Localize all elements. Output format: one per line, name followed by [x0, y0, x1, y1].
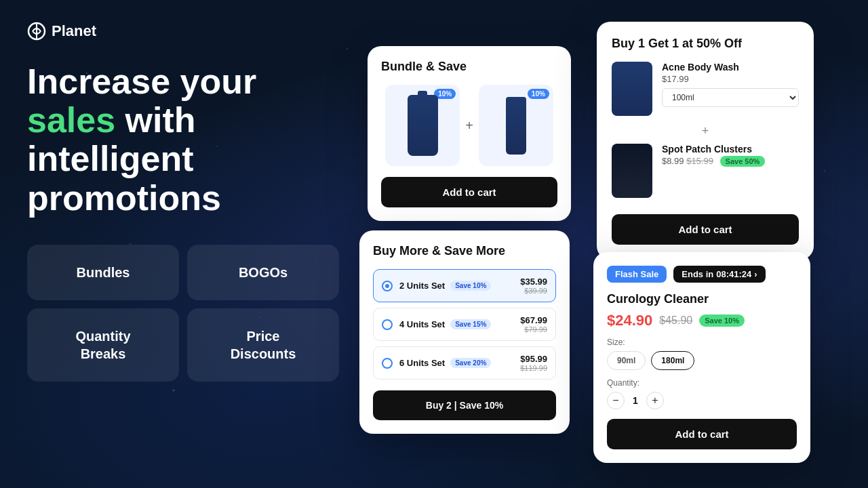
flash-sale-card: Flash Sale Ends in 08:41:24 › Curology C… — [593, 252, 810, 463]
qty-price-2: $95.99 $119.99 — [520, 354, 547, 372]
flash-product-name: Curology Cleaner — [607, 292, 797, 306]
bogo-product-1-price: $17.99 — [662, 74, 799, 84]
bogo-separator-plus: + — [612, 124, 799, 138]
product-bottle-1 — [408, 95, 438, 156]
qty-price-main-1: $67.99 — [520, 315, 547, 325]
bogo-product-2-info: Spot Patch Clusters $8.99 $15.99 Save 50… — [662, 144, 799, 170]
qty-value: 1 — [633, 395, 638, 406]
qty-price-old-0: $39.99 — [520, 287, 547, 295]
flash-timer-label: Ends in — [682, 269, 713, 279]
qty-label-2: 6 Units Set — [399, 358, 445, 368]
buymore-cta-button[interactable]: Buy 2 | Save 10% — [373, 390, 556, 420]
bogo-product-2-price-value: $8.99 — [662, 156, 684, 166]
qty-save-1: Save 15% — [450, 319, 491, 329]
flash-prices: $24.90 $45.90 Save 10% — [607, 312, 797, 329]
bogo-product-2: Spot Patch Clusters $8.99 $15.99 Save 50… — [612, 144, 799, 198]
bundle-add-to-cart-button[interactable]: Add to cart — [381, 177, 557, 207]
headline-line3: intelligent — [27, 140, 339, 178]
product-bottle-2 — [506, 97, 526, 155]
bundle-product-2: 10% — [479, 85, 553, 166]
bogo-product-1: Acne Body Wash $17.99 100ml 200ml — [612, 62, 799, 116]
qty-decrease-button[interactable]: − — [607, 392, 625, 409]
bogo-product-2-image — [612, 144, 652, 198]
qty-price-main-2: $95.99 — [520, 354, 547, 364]
flash-qty-label: Quantity: — [607, 378, 797, 388]
feature-price-discounts[interactable]: PriceDiscounts — [187, 308, 339, 382]
size-90ml-button[interactable]: 90ml — [607, 351, 646, 370]
qty-save-0: Save 10% — [450, 281, 491, 291]
flash-price-old: $45.90 — [659, 314, 692, 327]
qty-stepper: − 1 + — [607, 392, 797, 409]
logo-icon — [27, 22, 46, 41]
headline-highlight: sales — [27, 100, 115, 140]
bogo-product-2-price: $8.99 $15.99 Save 50% — [662, 156, 799, 166]
bundle-plus-icon: + — [465, 118, 473, 134]
qty-label-1: 4 Units Set — [399, 319, 445, 329]
qty-price-main-0: $35.99 — [520, 277, 547, 287]
buymore-card: Buy More & Save More 2 Units Set Save 10… — [359, 230, 570, 434]
flash-timer: Ends in 08:41:24 › — [673, 266, 765, 283]
headline-line2: sales with — [27, 101, 339, 140]
bogo-product-1-size-select[interactable]: 100ml 200ml — [662, 88, 799, 107]
qty-option-0[interactable]: 2 Units Set Save 10% $35.99 $39.99 — [373, 269, 556, 302]
flash-header: Flash Sale Ends in 08:41:24 › — [607, 266, 797, 283]
headline-line4: promotions — [27, 179, 339, 218]
feature-bundles[interactable]: Bundles — [27, 245, 179, 300]
bundle-card-title: Bundle & Save — [381, 60, 557, 74]
qty-price-old-2: $119.99 — [520, 364, 547, 372]
bogo-card: Buy 1 Get 1 at 50% Off Acne Body Wash $1… — [597, 22, 814, 260]
qty-radio-0 — [382, 281, 393, 291]
bogo-save-badge: Save 50% — [720, 156, 766, 167]
headline: Increase your sales with intelligent pro… — [27, 62, 339, 218]
bogo-product-2-price-old: $15.99 — [686, 156, 713, 166]
qty-radio-2 — [382, 358, 393, 369]
bundle-card: Bundle & Save 10% + 10% Add to cart — [368, 46, 571, 221]
bogo-product-1-info: Acne Body Wash $17.99 100ml 200ml — [662, 62, 799, 107]
cards-area: Bundle & Save 10% + 10% Add to cart Buy … — [353, 0, 868, 488]
buymore-card-title: Buy More & Save More — [373, 244, 556, 258]
logo: Planet — [27, 22, 339, 41]
bundle-product-1: 10% — [385, 85, 460, 166]
flash-timer-arrow: › — [754, 269, 757, 279]
qty-price-0: $35.99 $39.99 — [520, 277, 547, 295]
size-180ml-button[interactable]: 180ml — [651, 351, 694, 370]
qty-price-old-1: $79.99 — [520, 325, 547, 333]
bundle-badge-2: 10% — [528, 89, 549, 99]
qty-save-2: Save 20% — [450, 358, 491, 368]
flash-price-new: $24.90 — [607, 312, 652, 329]
qty-radio-1 — [382, 319, 393, 330]
bogo-product-2-name: Spot Patch Clusters — [662, 144, 799, 155]
bogo-product-1-image — [612, 62, 652, 116]
flash-save-badge: Save 10% — [699, 314, 745, 327]
bundle-products: 10% + 10% — [381, 85, 557, 166]
feature-bogos[interactable]: BOGOs — [187, 245, 339, 300]
qty-price-1: $67.99 $79.99 — [520, 315, 547, 333]
qty-increase-button[interactable]: + — [646, 392, 664, 409]
qty-label-0: 2 Units Set — [399, 281, 445, 291]
bogo-card-title: Buy 1 Get 1 at 50% Off — [612, 37, 799, 51]
features-grid: Bundles BOGOs QuantityBreaks PriceDiscou… — [27, 245, 339, 382]
flash-size-label: Size: — [607, 338, 797, 347]
flash-sale-badge: Flash Sale — [607, 266, 667, 283]
bogo-product-1-name: Acne Body Wash — [662, 62, 799, 73]
qty-option-1[interactable]: 4 Units Set Save 15% $67.99 $79.99 — [373, 308, 556, 341]
qty-option-2[interactable]: 6 Units Set Save 20% $95.99 $119.99 — [373, 346, 556, 380]
logo-text: Planet — [52, 22, 96, 40]
headline-line1: Increase your — [27, 62, 339, 101]
flash-add-to-cart-button[interactable]: Add to cart — [607, 419, 797, 449]
flash-timer-value: 08:41:24 — [716, 269, 751, 279]
bogo-add-to-cart-button[interactable]: Add to cart — [612, 214, 799, 245]
feature-quantity-breaks[interactable]: QuantityBreaks — [27, 308, 179, 382]
left-panel: Planet Increase your sales with intellig… — [0, 0, 366, 488]
size-options: 90ml 180ml — [607, 351, 797, 370]
